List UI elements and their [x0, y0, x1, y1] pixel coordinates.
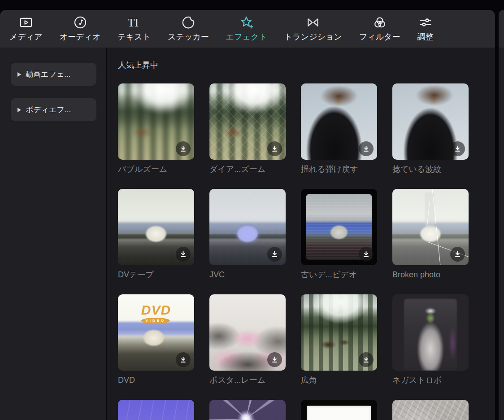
download-icon	[271, 250, 278, 258]
effect-thumbnail[interactable]	[209, 294, 286, 371]
effect-thumbnail[interactable]	[392, 83, 469, 160]
effect-label: JVC	[209, 270, 286, 279]
effects-content-area: 人気上昇中 バブルズーム	[107, 48, 495, 420]
effect-label: 広角	[301, 376, 377, 385]
download-button[interactable]	[359, 247, 374, 262]
download-icon	[179, 356, 187, 363]
sidebar-item-label: 動画エフェ...	[26, 69, 70, 79]
effect-thumbnail[interactable]	[209, 83, 286, 160]
tab-effects-label: エフェクト	[226, 32, 267, 42]
tab-media[interactable]: メディア	[1, 14, 51, 42]
sidebar-item-video-effects[interactable]: 動画エフェ...	[11, 63, 96, 86]
tab-adjust[interactable]: 調整	[409, 14, 442, 42]
effect-thumbnail[interactable]	[392, 294, 469, 371]
effect-card-dvd[interactable]: DVD VIDEO DVD	[118, 294, 194, 385]
effect-card-jvc[interactable]: JVC	[209, 189, 286, 279]
download-button[interactable]	[359, 141, 374, 156]
adjust-icon	[417, 14, 434, 31]
effect-label: 揺れる弾け戻す	[301, 165, 377, 174]
effect-card-diamond-zoom[interactable]: ダイア...ズーム	[209, 83, 286, 174]
effect-thumbnail[interactable]	[209, 189, 286, 265]
tab-filter-label: フィルター	[359, 32, 400, 42]
adjacent-panel-toolbar-edge	[499, 10, 504, 48]
download-button[interactable]	[267, 352, 282, 367]
effect-label: Broken photo	[392, 270, 469, 279]
effect-card-row4-4[interactable]	[392, 400, 469, 420]
transition-icon	[305, 14, 321, 31]
effect-thumbnail[interactable]	[118, 400, 194, 420]
download-icon	[271, 145, 278, 153]
effect-thumbnail[interactable]	[301, 189, 377, 265]
download-button[interactable]	[176, 247, 191, 262]
effect-card-poster-frame[interactable]: ポスタ...レーム	[209, 294, 286, 385]
effects-category-sidebar: 動画エフェ... ボディエフ...	[0, 48, 107, 420]
download-button[interactable]	[267, 247, 282, 262]
effect-card-nega-strobe[interactable]: ネガストロボ	[392, 294, 469, 385]
effect-label: 古いデ...ビデオ	[301, 270, 377, 279]
tab-transition[interactable]: トランジション	[276, 14, 351, 42]
effect-thumbnail[interactable]	[301, 294, 377, 371]
tab-sticker-label: ステッカー	[168, 32, 209, 42]
effect-thumbnail[interactable]	[209, 400, 286, 420]
effect-card-row4-1[interactable]	[118, 400, 194, 420]
tab-transition-label: トランジション	[284, 32, 342, 42]
download-icon	[179, 250, 187, 258]
effect-card-broken-photo[interactable]: Broken photo	[392, 189, 469, 279]
tab-adjust-label: 調整	[417, 32, 434, 42]
thumbnail-art	[209, 400, 286, 420]
tab-filter[interactable]: フィルター	[351, 14, 409, 42]
media-icon	[18, 14, 34, 31]
svg-text:TI: TI	[128, 16, 139, 29]
effects-icon	[239, 14, 255, 31]
filter-icon	[372, 14, 388, 31]
thumbnail-art	[118, 400, 194, 420]
effects-library-panel: メディア オーディオ TI テキスト	[0, 10, 495, 420]
effect-card-row4-3[interactable]	[301, 400, 377, 420]
tab-sticker[interactable]: ステッカー	[159, 14, 217, 42]
tab-effects[interactable]: エフェクト	[217, 14, 276, 42]
effect-thumbnail[interactable]	[301, 400, 377, 420]
tab-text-label: テキスト	[117, 32, 151, 42]
effect-thumbnail[interactable]	[392, 400, 469, 420]
effect-card-dv-tape[interactable]: DVテープ	[118, 189, 194, 279]
tab-audio[interactable]: オーディオ	[51, 14, 109, 42]
chevron-right-icon	[17, 72, 21, 77]
download-icon	[362, 145, 370, 153]
download-button[interactable]	[359, 352, 374, 367]
download-button[interactable]	[176, 352, 191, 367]
effect-thumbnail[interactable]	[392, 189, 469, 265]
effect-card-twist-ripple[interactable]: 捻ている波紋	[392, 83, 469, 174]
thumbnail-art	[392, 400, 469, 420]
tab-text[interactable]: TI テキスト	[109, 14, 159, 42]
chevron-right-icon	[17, 108, 21, 112]
effect-label: 捻ている波紋	[392, 165, 469, 174]
effect-label: DVD	[118, 376, 194, 385]
download-button[interactable]	[450, 141, 465, 156]
effect-label: ダイア...ズーム	[209, 165, 286, 174]
download-icon	[454, 145, 461, 153]
download-icon	[454, 250, 461, 258]
effect-thumbnail[interactable]	[118, 83, 194, 160]
download-button[interactable]	[176, 141, 191, 156]
effect-thumbnail[interactable]	[301, 83, 377, 160]
effects-grid: バブルズーム ダイア...ズーム	[118, 83, 495, 420]
section-title: 人気上昇中	[118, 61, 495, 69]
effect-label: DVテープ	[118, 270, 194, 279]
effect-thumbnail[interactable]	[118, 189, 194, 265]
download-icon	[271, 356, 278, 363]
effect-card-bubble-zoom[interactable]: バブルズーム	[118, 83, 194, 174]
effect-card-old-digital-video[interactable]: 古いデ...ビデオ	[301, 189, 377, 279]
thumbnail-art	[307, 406, 371, 420]
audio-icon	[72, 14, 88, 31]
effect-card-shake-bounce[interactable]: 揺れる弾け戻す	[301, 83, 377, 174]
effect-card-wide-angle[interactable]: 広角	[301, 294, 377, 385]
adjacent-panel-edge	[499, 10, 504, 420]
thumbnail-art	[404, 299, 457, 371]
sidebar-item-body-effects[interactable]: ボディエフ...	[11, 98, 96, 121]
download-button[interactable]	[450, 247, 465, 262]
download-button[interactable]	[267, 141, 282, 156]
effect-card-row4-2[interactable]	[209, 400, 286, 420]
effect-thumbnail[interactable]: DVD VIDEO	[118, 294, 194, 371]
download-icon	[179, 145, 187, 153]
text-icon: TI	[126, 14, 142, 31]
